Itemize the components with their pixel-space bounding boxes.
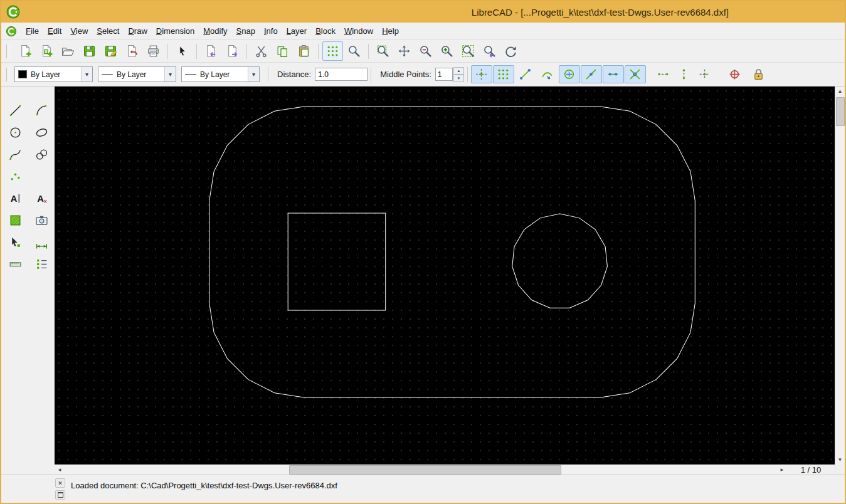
pen-width-combo[interactable]: By Layer ▾ [98, 66, 176, 82]
menu-block[interactable]: Block [311, 24, 340, 38]
distance-input[interactable] [315, 68, 367, 81]
lock-relative-zero-button[interactable] [749, 66, 769, 83]
restrict-nothing-button[interactable] [695, 66, 715, 83]
toolbar-grip[interactable] [6, 68, 9, 81]
draw-arc-button[interactable] [30, 100, 54, 120]
square-entity[interactable] [288, 213, 386, 310]
menu-select[interactable]: Select [92, 24, 124, 38]
dock-close-button[interactable]: ✕ [55, 478, 65, 488]
restrict-horizontal-button[interactable] [653, 66, 674, 83]
spin-down-button[interactable]: ▼ [453, 75, 464, 82]
spin-up-button[interactable]: ▲ [453, 67, 464, 75]
zoom-previous-button[interactable] [479, 41, 500, 61]
order-icon [35, 258, 48, 271]
zoom-auto-button[interactable] [458, 41, 479, 61]
draw-ellipse-button[interactable] [30, 122, 54, 142]
snap-free-button[interactable] [471, 65, 492, 83]
middle-points-spinner[interactable]: ▲ ▼ [435, 67, 464, 82]
snap-endpoint-button[interactable] [515, 65, 536, 83]
vertical-scroll-thumb[interactable] [836, 97, 845, 126]
chevron-down-icon[interactable]: ▾ [81, 67, 92, 81]
paste-button[interactable] [293, 41, 314, 61]
next-block-button[interactable] [222, 41, 243, 61]
draw-text-button[interactable]: A [30, 188, 54, 208]
block-back-icon [204, 45, 218, 58]
snap-intersection-button[interactable] [625, 65, 646, 83]
chevron-down-icon[interactable]: ▾ [248, 67, 259, 81]
snap-intersection-icon [628, 68, 642, 81]
menu-edit[interactable]: Edit [43, 24, 66, 38]
outer-contour-entity[interactable] [209, 107, 695, 397]
previous-block-button[interactable] [201, 41, 221, 61]
middle-points-label: Middle Points: [380, 70, 431, 79]
zoom-pan-button[interactable] [394, 41, 415, 61]
draw-line-button[interactable] [4, 100, 28, 120]
titlebar[interactable]: LibreCAD - [...Progetti_k\test\dxf-test-… [1, 1, 845, 23]
menu-layer[interactable]: Layer [282, 24, 312, 38]
menu-window[interactable]: Window [340, 24, 378, 38]
select-tool-button[interactable] [4, 232, 28, 252]
new-from-template-button[interactable] [36, 41, 57, 61]
scroll-down-button[interactable]: ▼ [835, 455, 845, 465]
snap-on-entity-button[interactable] [537, 65, 558, 83]
measure-tool-button[interactable] [4, 254, 28, 274]
scroll-up-button[interactable]: ▲ [835, 87, 845, 96]
restrict-vertical-button[interactable] [674, 66, 694, 83]
grid-toggle-button[interactable] [322, 41, 343, 61]
circle-entity[interactable] [512, 214, 608, 308]
dock-detach-button[interactable] [55, 490, 65, 500]
menu-help[interactable]: Help [378, 24, 403, 38]
scroll-left-button[interactable]: ◄ [55, 465, 65, 475]
save-button[interactable] [79, 41, 100, 61]
drawing-canvas[interactable] [55, 87, 835, 465]
snap-middle-button[interactable] [581, 65, 602, 83]
middle-points-input[interactable] [435, 68, 453, 81]
draw-circle-button[interactable] [4, 122, 28, 142]
menu-draw[interactable]: Draw [124, 24, 151, 38]
grid-dots-icon [326, 45, 339, 58]
pen-linetype-combo[interactable]: By Layer ▾ [181, 66, 260, 82]
draw-point-button[interactable] [4, 166, 28, 186]
options-toolbar: By Layer ▾ By Layer ▾ By Layer ▾ Distanc… [1, 63, 845, 87]
insert-image-button[interactable] [30, 210, 54, 230]
pen-color-combo[interactable]: By Layer ▾ [14, 66, 93, 82]
new-drawing-button[interactable] [15, 41, 36, 61]
print-button[interactable] [143, 41, 164, 61]
draw-polyline-button[interactable] [30, 144, 54, 164]
toolbar-grip[interactable] [6, 45, 9, 58]
menu-info[interactable]: Info [260, 24, 282, 38]
horizontal-scroll-track[interactable] [65, 465, 777, 475]
cut-button[interactable] [251, 41, 272, 61]
open-drawing-button[interactable] [58, 41, 78, 61]
set-relative-zero-button[interactable] [725, 66, 745, 83]
redraw-button[interactable] [500, 41, 521, 61]
scroll-right-button[interactable]: ► [777, 465, 787, 475]
menu-modify[interactable]: Modify [199, 24, 231, 38]
menu-view[interactable]: View [66, 24, 92, 38]
vertical-scroll-track[interactable] [835, 96, 845, 455]
zoom-in-button[interactable] [436, 41, 457, 61]
snap-grid-button[interactable] [493, 65, 514, 83]
chevron-down-icon[interactable]: ▾ [164, 67, 176, 81]
toolbar-separator [467, 67, 468, 82]
copy-button[interactable] [272, 41, 293, 61]
draw-hatch-button[interactable] [4, 210, 28, 230]
status-message: Loaded document: C:\Cad\Progetti_k\test\… [71, 481, 337, 490]
zoom-out-button[interactable] [415, 41, 436, 61]
snap-center-button[interactable] [559, 65, 580, 83]
horizontal-scroll-thumb[interactable] [289, 465, 561, 475]
close-drawing-button[interactable] [122, 41, 142, 61]
select-pointer-button[interactable] [172, 41, 193, 61]
order-tool-button[interactable] [30, 254, 54, 274]
menu-snap[interactable]: Snap [232, 24, 260, 38]
dimension-tool-button[interactable] [30, 232, 54, 252]
draw-mtext-button[interactable]: A [4, 188, 28, 208]
menu-dimension[interactable]: Dimension [152, 24, 199, 38]
zoom-window-button[interactable] [373, 41, 393, 61]
pen-color-value: By Layer [31, 70, 60, 79]
zoom-button[interactable] [344, 41, 364, 61]
menu-file[interactable]: File [21, 24, 43, 38]
draw-spline-button[interactable] [4, 144, 28, 164]
save-as-button[interactable] [100, 41, 121, 61]
snap-distance-button[interactable] [603, 65, 624, 83]
